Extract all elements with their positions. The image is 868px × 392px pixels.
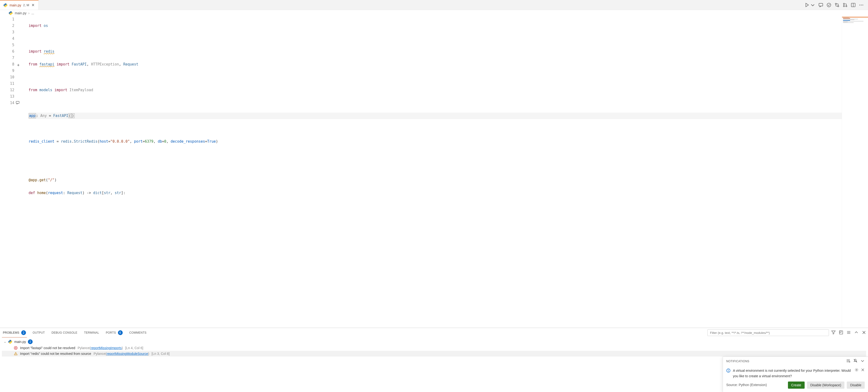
notification-message: A virtual environment is not currently s… — [733, 368, 852, 379]
tab-badge: 2, M — [23, 3, 29, 7]
svg-point-6 — [846, 5, 847, 7]
svg-rect-14 — [839, 331, 841, 332]
svg-point-26 — [728, 370, 728, 370]
tab-problems[interactable]: PROBLEMS 2 — [2, 328, 27, 337]
info-icon — [726, 368, 731, 379]
bottom-panel: PROBLEMS 2 OUTPUT DEBUG CONSOLE TERMINAL… — [0, 328, 868, 392]
tab-comments[interactable]: COMMENTS — [128, 328, 148, 337]
tab-debug-console[interactable]: DEBUG CONSOLE — [51, 328, 79, 337]
problem-link[interactable]: reportMissingModuleSource — [106, 352, 148, 356]
problems-filename: main.py — [14, 340, 26, 344]
close-icon[interactable] — [862, 330, 866, 335]
line-number[interactable]: 11 — [0, 80, 14, 87]
line-number[interactable]: 4 — [0, 35, 14, 42]
branch-compare-icon[interactable] — [835, 3, 839, 7]
filter-icon[interactable] — [831, 330, 836, 335]
editor-area: 1 2 3 4 5 6 7 8+ 9 10 11 12 13 14 import… — [0, 16, 868, 328]
svg-point-2 — [835, 3, 837, 4]
line-number[interactable]: 2 — [0, 23, 14, 29]
problems-filter-input[interactable] — [707, 329, 829, 336]
line-number[interactable]: 9 — [0, 68, 14, 74]
minimap[interactable] — [842, 16, 868, 328]
code-editor[interactable]: import os import redis from fastapi impo… — [17, 16, 842, 328]
notification-popup: NOTIFICATIONS A virtual environment is n… — [723, 357, 868, 392]
line-gutter: 1 2 3 4 5 6 7 8+ 9 10 11 12 13 14 — [0, 16, 17, 328]
chevron-down-icon[interactable] — [860, 359, 865, 364]
tabbar-actions — [805, 3, 868, 7]
tab-main-py[interactable]: main.py 2, M ✕ — [0, 0, 39, 10]
line-number[interactable]: 14 — [0, 100, 14, 106]
svg-point-10 — [861, 4, 862, 5]
close-icon[interactable] — [861, 368, 865, 372]
gear-icon[interactable] — [855, 368, 859, 372]
line-number[interactable]: 6 — [0, 48, 14, 55]
line-number[interactable]: 3 — [0, 29, 14, 35]
line-number[interactable]: 5 — [0, 42, 14, 48]
line-number[interactable]: 1 — [0, 16, 14, 23]
comment-icon[interactable] — [818, 3, 823, 7]
git-pr-icon[interactable] — [843, 3, 847, 7]
panel-actions — [831, 330, 866, 335]
line-number[interactable]: 7 — [0, 55, 14, 61]
tab-ports[interactable]: PORTS 6 — [105, 328, 124, 337]
disable-button[interactable]: Disable — [847, 382, 865, 389]
view-mode-icon[interactable] — [846, 330, 851, 335]
tab-problems-label: PROBLEMS — [3, 331, 19, 334]
problem-link[interactable]: reportMissingImports — [91, 346, 122, 350]
mute-icon[interactable] — [853, 359, 858, 364]
problems-count-badge: 2 — [21, 330, 26, 335]
problem-item[interactable]: Import "fastapi" could not be resolved P… — [2, 345, 866, 351]
line-number[interactable]: 12 — [0, 87, 14, 93]
python-icon — [8, 339, 12, 344]
problem-item[interactable]: Import "redis" could not be resolved fro… — [2, 351, 866, 357]
breadcrumb-more: ... — [31, 11, 34, 15]
svg-point-9 — [860, 4, 860, 5]
svg-line-24 — [854, 359, 857, 362]
tab-terminal[interactable]: TERMINAL — [83, 328, 100, 337]
run-icon[interactable] — [805, 3, 809, 7]
problem-message: Import "redis" could not be resolved fro… — [20, 352, 91, 356]
svg-rect-0 — [819, 3, 823, 6]
chevron-down-icon: ⌄ — [4, 340, 6, 344]
svg-point-3 — [838, 5, 839, 7]
notification-header: NOTIFICATIONS — [723, 357, 868, 366]
line-number[interactable]: 8+ — [0, 61, 14, 68]
problem-location: [Ln 4, Col 6] — [125, 346, 144, 350]
chevron-up-icon[interactable] — [854, 330, 859, 335]
ports-count-badge: 6 — [118, 330, 123, 335]
chevron-down-icon[interactable] — [810, 3, 815, 7]
error-icon — [14, 346, 18, 350]
panel-tabs: PROBLEMS 2 OUTPUT DEBUG CONSOLE TERMINAL… — [0, 328, 868, 337]
svg-point-28 — [856, 369, 857, 370]
chevron-right-icon: › — [28, 11, 30, 15]
svg-point-20 — [16, 354, 16, 355]
line-number[interactable]: 10 — [0, 74, 14, 80]
collapse-icon[interactable] — [839, 330, 843, 335]
problems-file-row[interactable]: ⌄ main.py 2 — [2, 338, 866, 345]
tab-output[interactable]: OUTPUT — [32, 328, 46, 337]
disable-workspace-button[interactable]: Disable (Workspace) — [807, 382, 845, 389]
close-icon[interactable]: ✕ — [31, 3, 35, 7]
breadcrumb[interactable]: main.py › ... — [0, 10, 868, 16]
problem-message: Import "fastapi" could not be resolved — [20, 346, 75, 350]
line-number[interactable]: 13 — [0, 93, 14, 100]
more-icon[interactable] — [859, 3, 864, 7]
create-button[interactable]: Create — [788, 382, 805, 389]
breadcrumb-filename: main.py — [15, 11, 26, 15]
file-problem-count: 2 — [28, 339, 33, 344]
problem-location: [Ln 3, Col 8] — [152, 352, 169, 356]
python-icon — [8, 11, 13, 15]
python-icon — [3, 3, 8, 7]
svg-point-11 — [863, 4, 863, 5]
notification-item: A virtual environment is not currently s… — [723, 366, 868, 392]
split-editor-icon[interactable] — [851, 3, 856, 7]
editor-root: main.py 2, M ✕ — [0, 0, 868, 392]
notification-header-label: NOTIFICATIONS — [726, 360, 749, 363]
svg-point-1 — [827, 3, 831, 7]
svg-point-5 — [843, 5, 845, 7]
svg-point-4 — [843, 3, 845, 4]
warning-icon — [14, 352, 18, 356]
tab-filename: main.py — [9, 3, 21, 7]
check-icon[interactable] — [827, 3, 831, 7]
clear-all-icon[interactable] — [846, 359, 850, 364]
